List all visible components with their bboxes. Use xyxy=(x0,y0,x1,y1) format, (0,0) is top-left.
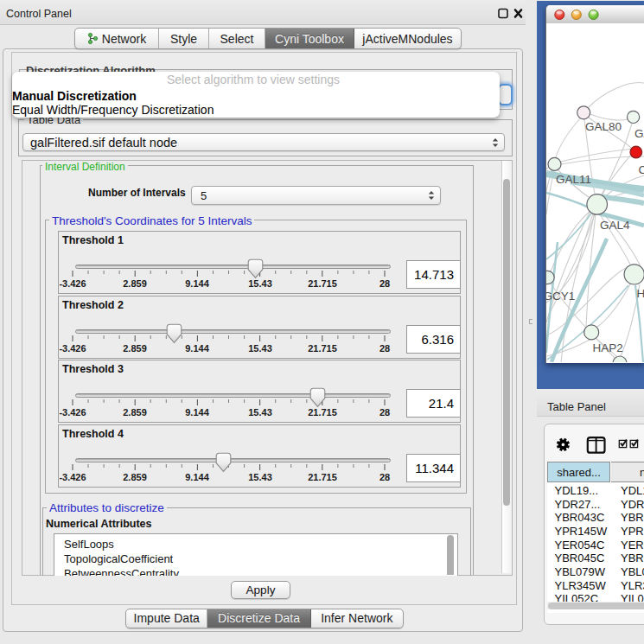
svg-text:GAL4: GAL4 xyxy=(600,219,630,232)
svg-text:GCY1: GCY1 xyxy=(546,290,575,303)
svg-text:CYC8: CYC8 xyxy=(639,163,644,176)
svg-text:HAP2: HAP2 xyxy=(593,341,623,354)
svg-text:GAL80: GAL80 xyxy=(634,127,644,140)
svg-text:GAL11: GAL11 xyxy=(556,173,591,186)
svg-text:HIS7: HIS7 xyxy=(637,287,644,300)
svg-text:GAL80: GAL80 xyxy=(585,120,622,133)
